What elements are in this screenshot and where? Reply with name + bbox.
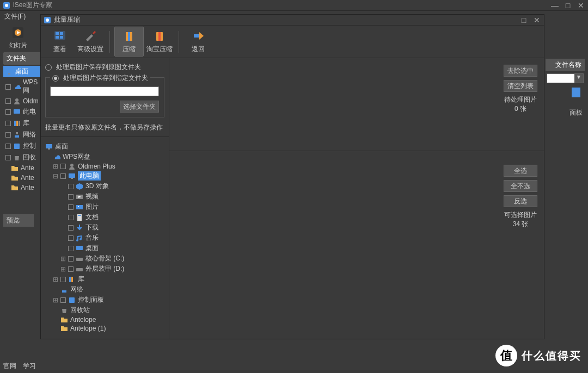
tree-drive-d[interactable]: ⊞外层装甲 (D:): [45, 264, 164, 274]
tree-item[interactable]: Ante: [3, 163, 42, 173]
pictures-icon: [76, 203, 83, 211]
minimize-button[interactable]: —: [550, 1, 560, 10]
tree-desktop2[interactable]: 桌面: [45, 243, 164, 253]
available-count: 34 张: [504, 220, 537, 229]
dialog-left-panel: 处理后图片保存到原图文件夹 处理后图片保存到指定文件夹 选择文件夹 批量更名只修…: [41, 58, 169, 339]
folder-icon: [60, 316, 68, 324]
folder-icon: [60, 333, 68, 334]
tree-desktop[interactable]: 桌面: [45, 141, 164, 152]
main-titlebar: iSee图片专家 — □ ✕: [0, 0, 588, 11]
tree-pictures[interactable]: 图片: [45, 202, 164, 212]
pending-count: 0 张: [504, 104, 537, 114]
svg-rect-26: [46, 144, 52, 148]
tools-icon: [84, 30, 97, 42]
tree-item[interactable]: WPS网: [3, 77, 42, 96]
radio-icon: [52, 75, 59, 82]
tree-this-pc[interactable]: ⊟此电脑: [45, 171, 164, 181]
network-icon: [60, 286, 68, 294]
compress-icon: [122, 30, 136, 42]
sort-label[interactable]: 文件名称: [546, 59, 585, 71]
back-button[interactable]: 返回: [183, 27, 213, 56]
svg-rect-5: [8, 73, 10, 74]
tree-oldmen[interactable]: ⊞Oldmen Plus: [45, 162, 164, 171]
left-folder-panel: 文件夹 桌面 WPS网 Oldm 此电 库 网络 控制 回收 Ante Ante…: [3, 52, 42, 192]
tree-video[interactable]: 视频: [45, 191, 164, 202]
choose-folder-button[interactable]: 选择文件夹: [120, 101, 159, 113]
tree-network[interactable]: 网络: [45, 284, 164, 295]
close-button[interactable]: ✕: [576, 1, 586, 10]
folder-path-input[interactable]: [50, 86, 159, 96]
library-icon: [68, 276, 76, 283]
dialog-close-button[interactable]: ✕: [532, 16, 542, 24]
remove-selected-button[interactable]: 去除选中: [504, 65, 537, 77]
app-title: iSee图片专家: [13, 1, 550, 10]
back-icon: [192, 30, 205, 42]
desktop-icon: [5, 68, 13, 76]
tree-library[interactable]: ⊞库: [45, 274, 164, 284]
svg-point-1: [5, 4, 8, 7]
download-icon: [76, 224, 83, 232]
tab-learn[interactable]: 学习: [23, 362, 36, 371]
sort-dropdown[interactable]: ▼: [547, 73, 584, 83]
select-none-button[interactable]: 全不选: [504, 180, 537, 192]
rename-hint: 批量更名只修改原文件名，不做另存操作: [45, 123, 164, 132]
svg-rect-17: [56, 32, 59, 35]
dialog-maximize-button[interactable]: □: [519, 16, 529, 24]
svg-rect-42: [69, 297, 75, 303]
tree-item[interactable]: 控制: [3, 140, 42, 152]
svg-rect-19: [56, 36, 59, 39]
tree-wps[interactable]: WPS网盘: [45, 152, 164, 162]
select-all-button[interactable]: 全选: [504, 165, 537, 177]
view-button[interactable]: 查看: [45, 27, 75, 56]
svg-point-6: [15, 98, 19, 102]
taobao-compress-button[interactable]: 淘宝压缩: [145, 27, 174, 56]
thumbnail-placeholder: [572, 88, 580, 97]
tree-item[interactable]: Ante: [3, 173, 42, 183]
tree-antelope[interactable]: Antelope: [45, 315, 164, 324]
tree-recycle[interactable]: 回收站: [45, 305, 164, 315]
save-specified-option[interactable]: 处理后图片保存到指定文件夹: [50, 73, 150, 83]
save-original-option[interactable]: 处理后图片保存到原图文件夹: [45, 63, 164, 72]
tree-drive-c[interactable]: ⊞核心骨架 (C:): [45, 253, 164, 264]
watermark-badge: 值: [495, 345, 517, 366]
radio-icon: [45, 64, 52, 71]
svg-rect-27: [48, 148, 50, 150]
tree-item[interactable]: 回收: [3, 152, 42, 163]
tree-downloads[interactable]: 下载: [45, 222, 164, 233]
footer-tabs: 官网 学习: [3, 362, 36, 371]
svg-rect-39: [69, 277, 71, 282]
music-icon: [76, 234, 83, 242]
svg-point-33: [78, 206, 79, 207]
svg-rect-13: [14, 144, 20, 149]
svg-rect-41: [62, 290, 66, 293]
divider: [169, 151, 544, 151]
folder-tree: 桌面 WPS网盘 ⊞Oldmen Plus ⊟此电脑 3D 对象 视频 图片 文…: [45, 141, 164, 334]
tree-antelope-2[interactable]: Antelope (2): [45, 333, 164, 334]
slideshow-button[interactable]: 幻灯片: [4, 25, 32, 49]
tree-music[interactable]: 音乐: [45, 233, 164, 243]
right-sort-panel: 文件名称 ▼ 面板: [546, 59, 585, 117]
maximize-button[interactable]: □: [563, 1, 573, 10]
tree-item[interactable]: 库: [3, 117, 42, 129]
tree-item[interactable]: Ante: [3, 183, 42, 192]
tree-control[interactable]: ⊞控制面板: [45, 295, 164, 305]
tree-root-desktop[interactable]: 桌面: [3, 66, 42, 77]
tree-antelope-1[interactable]: Antelope (1): [45, 324, 164, 333]
slideshow-icon: [11, 26, 25, 40]
tree-3d[interactable]: 3D 对象: [45, 181, 164, 191]
tree-item[interactable]: 此电: [3, 106, 42, 117]
menu-file[interactable]: 文件(F): [4, 12, 26, 21]
invert-selection-button[interactable]: 反选: [504, 195, 537, 207]
pc-icon: [13, 108, 21, 116]
tree-item[interactable]: 网络: [3, 129, 42, 140]
compress-button[interactable]: 压缩: [114, 27, 144, 57]
tab-official[interactable]: 官网: [3, 362, 16, 371]
svg-rect-24: [158, 32, 161, 41]
tree-item[interactable]: Oldm: [3, 96, 42, 106]
advanced-button[interactable]: 高级设置: [76, 27, 105, 56]
clear-list-button[interactable]: 清空列表: [504, 80, 537, 92]
svg-rect-35: [78, 215, 81, 216]
svg-rect-11: [15, 135, 19, 138]
preview-panel-header: 预览: [3, 214, 34, 227]
tree-docs[interactable]: 文档: [45, 212, 164, 222]
